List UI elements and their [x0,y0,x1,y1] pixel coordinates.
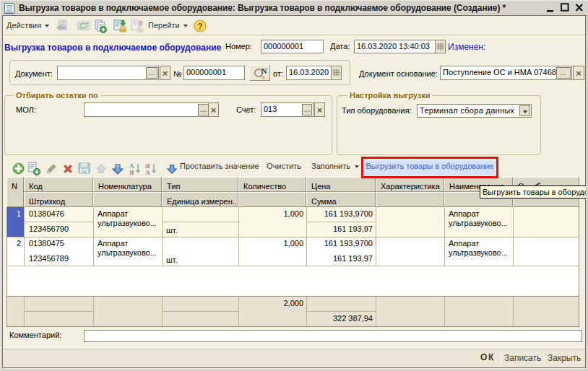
svg-text:?: ? [197,22,202,32]
svg-text:А: А [145,169,150,176]
svg-text:Я: Я [129,169,134,176]
svg-text:N: N [261,66,267,75]
svg-text:ОК: ОК [82,170,87,174]
